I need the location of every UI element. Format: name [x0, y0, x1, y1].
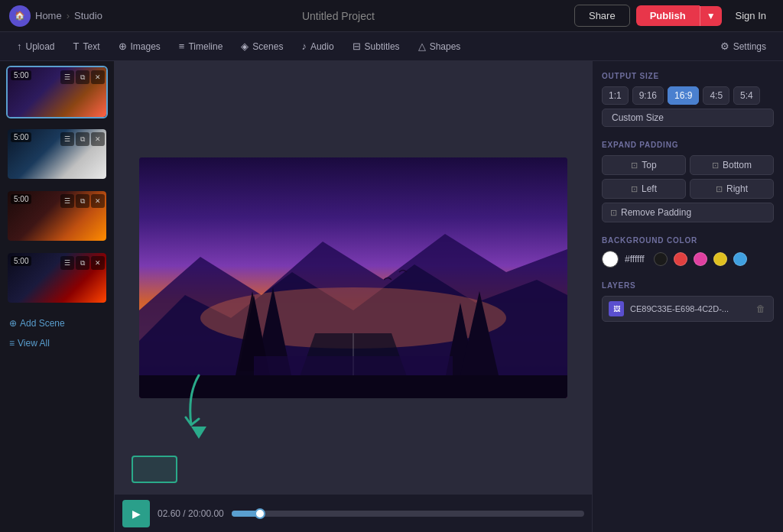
scene-delete-button[interactable]: ✕: [91, 132, 105, 146]
timeline-track[interactable]: [232, 511, 584, 517]
svg-marker-13: [191, 427, 206, 439]
remove-padding-button[interactable]: ⊡ Remove Padding: [602, 203, 774, 222]
color-dot-pink[interactable]: [694, 252, 707, 266]
bg-color-label: BACKGROUND COLOR: [602, 236, 774, 245]
timeline-icon: ≡: [179, 41, 185, 52]
size-options: 1:1 9:16 16:9 4:5 5:4: [602, 86, 774, 105]
shapes-button[interactable]: △ Shapes: [411, 37, 469, 56]
project-title[interactable]: Untitled Project: [302, 10, 375, 22]
scene-item[interactable]: 5:00 ☰ ⧉ ✕: [6, 128, 108, 180]
timeline-bar: ▶ 02.60 / 20:00.00: [115, 494, 592, 532]
scenes-icon: ◈: [241, 41, 249, 52]
size-1-1-button[interactable]: 1:1: [602, 86, 629, 105]
scene-duration: 5:00: [11, 132, 31, 142]
scene-duration: 5:00: [11, 194, 31, 204]
color-picker-swatch[interactable]: [602, 251, 619, 268]
padding-left-button[interactable]: ⊡ Left: [602, 179, 686, 199]
scene-copy-button[interactable]: ⧉: [76, 256, 89, 270]
padding-right-button[interactable]: ⊡ Right: [690, 179, 774, 199]
breadcrumb-separator: ›: [67, 10, 70, 21]
canvas-frame[interactable]: [139, 157, 567, 398]
publish-dropdown-button[interactable]: ▼: [700, 6, 722, 26]
layer-item[interactable]: 🖼 CE89C33E-E698-4C2D-... 🗑: [602, 296, 774, 322]
scene-delete-button[interactable]: ✕: [91, 194, 105, 208]
play-button[interactable]: ▶: [122, 500, 150, 527]
scene-delete-button[interactable]: ✕: [91, 70, 105, 84]
scene-item[interactable]: 5:00 ☰ ⧉ ✕: [6, 66, 108, 118]
share-button[interactable]: Share: [574, 5, 630, 27]
color-dot-black[interactable]: [654, 252, 668, 266]
padding-options: ⊡ Top ⊡ Bottom ⊡ Left ⊡ Right: [602, 155, 774, 222]
canvas-container: [115, 61, 592, 494]
add-scene-button[interactable]: ⊕ Add Scene: [6, 315, 108, 332]
breadcrumb: 🏠 Home › Studio: [9, 5, 102, 27]
scene-item[interactable]: 5:00 ☰ ⧉ ✕: [6, 251, 108, 304]
expand-padding-label: EXPAND PADDING: [602, 141, 774, 149]
padding-top-icon: ⊡: [631, 161, 638, 170]
scene-delete-button[interactable]: ✕: [91, 256, 105, 270]
remove-padding-icon: ⊡: [610, 208, 617, 218]
padding-top-button[interactable]: ⊡ Top: [602, 155, 686, 175]
settings-button[interactable]: ⚙ Settings: [713, 37, 774, 56]
timeline-indicator-box: [132, 456, 177, 483]
size-16-9-button[interactable]: 16:9: [668, 86, 699, 105]
color-dot-blue[interactable]: [733, 252, 747, 266]
scenes-sidebar: 5:00 ☰ ⧉ ✕ 5:00 ☰ ⧉ ✕ 5:00: [0, 61, 115, 532]
scene-menu-button[interactable]: ☰: [60, 70, 74, 84]
scene-thumbnail: 5:00 ☰ ⧉ ✕: [8, 253, 106, 303]
color-row: #ffffff: [602, 251, 774, 268]
scene-menu-button[interactable]: ☰: [60, 194, 74, 208]
scene-menu-button[interactable]: ☰: [60, 132, 74, 146]
time-current: 02.60 / 20:00.00: [158, 508, 224, 519]
output-size-section: OUTPUT SIZE 1:1 9:16 16:9 4:5 5:4 Custom…: [602, 72, 774, 127]
publish-button[interactable]: Publish: [636, 5, 700, 26]
scene-copy-button[interactable]: ⧉: [76, 132, 89, 146]
images-button[interactable]: ⊕ Images: [111, 37, 168, 56]
signin-button[interactable]: Sign In: [728, 5, 774, 26]
padding-left-right-row: ⊡ Left ⊡ Right: [602, 179, 774, 199]
layer-delete-button[interactable]: 🗑: [755, 302, 767, 316]
text-button[interactable]: T Text: [66, 37, 108, 56]
images-icon: ⊕: [119, 41, 127, 52]
subtitles-button[interactable]: ⊟ Subtitles: [345, 37, 408, 56]
scene-copy-button[interactable]: ⧉: [76, 70, 89, 84]
color-dot-yellow[interactable]: [713, 252, 727, 266]
right-panel: OUTPUT SIZE 1:1 9:16 16:9 4:5 5:4 Custom…: [592, 61, 783, 532]
size-4-5-button[interactable]: 4:5: [703, 86, 729, 105]
audio-button[interactable]: ♪ Audio: [294, 37, 341, 56]
timeline-thumb[interactable]: [255, 508, 265, 519]
custom-size-button[interactable]: Custom Size: [602, 109, 774, 127]
list-icon: ≡: [9, 338, 15, 349]
scenes-button[interactable]: ◈ Scenes: [233, 37, 291, 56]
subtitles-icon: ⊟: [353, 41, 361, 52]
settings-icon: ⚙: [720, 41, 729, 52]
timeline-button[interactable]: ≡ Timeline: [171, 37, 231, 56]
padding-bottom-icon: ⊡: [712, 161, 719, 170]
size-5-4-button[interactable]: 5:4: [733, 86, 760, 105]
padding-right-icon: ⊡: [716, 184, 723, 194]
publish-group: Publish ▼: [636, 5, 722, 26]
canvas-image: [139, 157, 567, 398]
sidebar-footer: ⊕ Add Scene ≡ View All: [0, 309, 114, 358]
scene-controls: ☰ ⧉ ✕: [60, 70, 105, 84]
scene-thumbnail: 5:00 ☰ ⧉ ✕: [8, 129, 106, 179]
scene-copy-button[interactable]: ⧉: [76, 194, 89, 208]
home-link[interactable]: Home: [35, 10, 62, 21]
view-all-button[interactable]: ≡ View All: [6, 335, 108, 352]
text-icon: T: [73, 41, 80, 52]
studio-link[interactable]: Studio: [74, 10, 102, 21]
scene-thumbnail: 5:00 ☰ ⧉ ✕: [8, 67, 106, 117]
color-dot-red[interactable]: [674, 252, 687, 266]
shapes-icon: △: [418, 41, 426, 52]
padding-top-bottom-row: ⊡ Top ⊡ Bottom: [602, 155, 774, 175]
size-9-16-button[interactable]: 9:16: [632, 86, 664, 105]
upload-icon: ↑: [17, 41, 22, 52]
main-content: 5:00 ☰ ⧉ ✕ 5:00 ☰ ⧉ ✕ 5:00: [0, 61, 783, 532]
scene-controls: ☰ ⧉ ✕: [60, 194, 105, 208]
padding-bottom-button[interactable]: ⊡ Bottom: [690, 155, 774, 175]
avatar[interactable]: 🏠: [9, 5, 31, 27]
scene-item[interactable]: 5:00 ☰ ⧉ ✕: [6, 190, 108, 242]
upload-button[interactable]: ↑ Upload: [9, 37, 63, 56]
topbar-actions: Share Publish ▼ Sign In: [574, 5, 774, 27]
scene-menu-button[interactable]: ☰: [60, 256, 74, 270]
